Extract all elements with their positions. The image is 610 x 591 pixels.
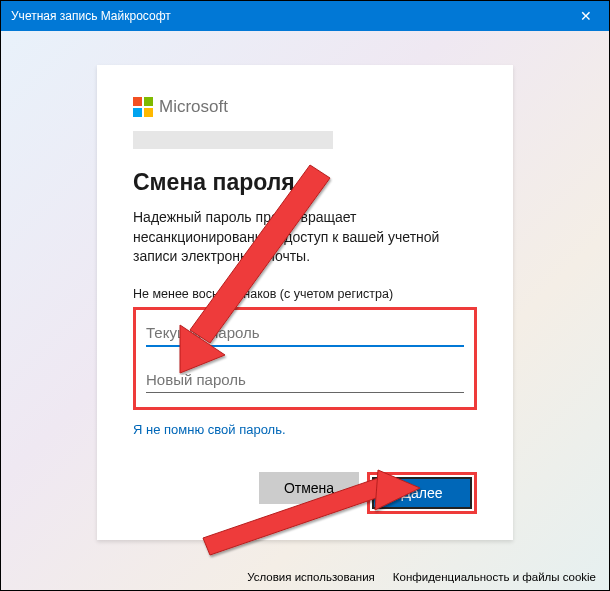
password-hint: Не менее восьми знаков (с учетом регистр… <box>133 287 477 301</box>
terms-link[interactable]: Условия использования <box>247 571 375 583</box>
current-password-input[interactable] <box>146 318 464 347</box>
titlebar: Учетная запись Майкрософт ✕ <box>1 1 609 31</box>
microsoft-logo: Microsoft <box>133 97 477 117</box>
logo-icon <box>133 97 153 117</box>
close-icon[interactable]: ✕ <box>563 1 609 31</box>
cancel-button[interactable]: Отмена <box>259 472 359 504</box>
window-title: Учетная запись Майкрософт <box>11 9 171 23</box>
description-text: Надежный пароль предотвращает несанкцион… <box>133 208 477 267</box>
next-button[interactable]: Далее <box>372 477 472 509</box>
page-heading: Смена пароля <box>133 169 477 196</box>
password-fields-highlight <box>133 307 477 410</box>
dialog-card: Microsoft Смена пароля Надежный пароль п… <box>97 65 513 540</box>
account-email-redacted <box>133 131 333 149</box>
privacy-link[interactable]: Конфиденциальность и файлы cookie <box>393 571 596 583</box>
footer-links: Условия использования Конфиденциальность… <box>247 571 596 583</box>
button-row: Отмена Далее <box>259 472 477 514</box>
new-password-input[interactable] <box>146 365 464 393</box>
logo-text: Microsoft <box>159 97 228 117</box>
next-button-highlight: Далее <box>367 472 477 514</box>
forgot-password-link[interactable]: Я не помню свой пароль. <box>133 422 286 437</box>
